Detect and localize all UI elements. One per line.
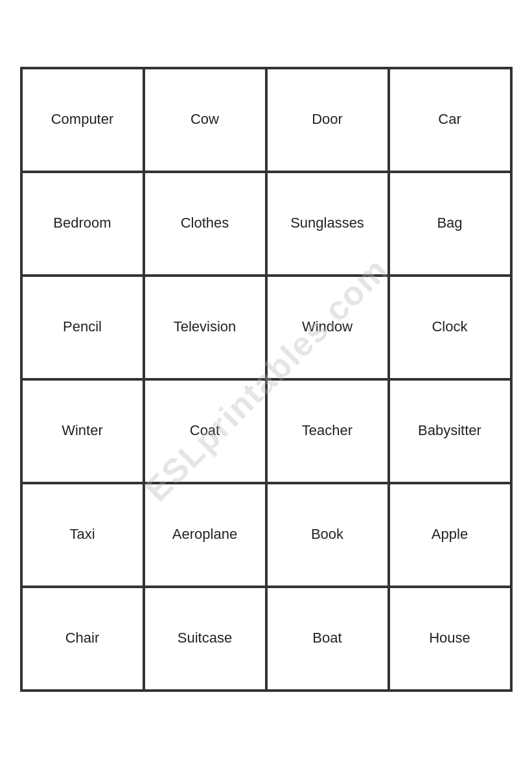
word-card: Sunglasses	[266, 172, 389, 276]
word-card: Cow	[144, 68, 266, 172]
card-label: Car	[438, 111, 461, 128]
word-card: Coat	[144, 379, 266, 483]
word-card: Teacher	[266, 379, 389, 483]
card-label: Window	[302, 318, 353, 335]
card-label: Taxi	[69, 526, 95, 543]
word-grid: ComputerCowDoorCarBedroomClothesSunglass…	[20, 67, 513, 692]
card-label: Aeroplane	[172, 526, 237, 543]
card-label: Sunglasses	[290, 215, 364, 231]
word-card: Pencil	[21, 276, 144, 379]
card-label: Clothes	[181, 215, 229, 231]
word-card: Car	[389, 68, 511, 172]
word-card: Winter	[21, 379, 144, 483]
word-card: Clothes	[144, 172, 266, 276]
word-card: Television	[144, 276, 266, 379]
word-card: Window	[266, 276, 389, 379]
card-label: Apple	[432, 526, 468, 543]
card-label: House	[429, 630, 470, 646]
card-label: Babysitter	[418, 422, 481, 439]
card-label: Winter	[62, 422, 103, 439]
word-card: Apple	[389, 483, 511, 587]
card-label: Suitcase	[178, 630, 232, 646]
word-card: House	[389, 587, 511, 691]
word-card: Boat	[266, 587, 389, 691]
card-label: Television	[174, 318, 237, 335]
card-label: Boat	[312, 630, 341, 646]
word-card: Chair	[21, 587, 144, 691]
card-label: Door	[312, 111, 343, 128]
card-label: Cow	[191, 111, 219, 128]
card-label: Book	[311, 526, 343, 543]
card-label: Computer	[51, 111, 114, 128]
word-card: Book	[266, 483, 389, 587]
word-card: Taxi	[21, 483, 144, 587]
word-card: Clock	[389, 276, 511, 379]
word-card: Bag	[389, 172, 511, 276]
card-label: Bag	[437, 215, 462, 231]
card-label: Pencil	[63, 318, 102, 335]
word-card: Door	[266, 68, 389, 172]
word-card: Suitcase	[144, 587, 266, 691]
card-label: Bedroom	[53, 215, 111, 231]
card-label: Clock	[432, 318, 467, 335]
card-label: Teacher	[302, 422, 353, 439]
word-card: Babysitter	[389, 379, 511, 483]
page: ESLprintables.com ComputerCowDoorCarBedr…	[0, 0, 532, 758]
word-card: Bedroom	[21, 172, 144, 276]
card-label: Coat	[190, 422, 220, 439]
card-label: Chair	[65, 630, 100, 646]
word-card: Computer	[21, 68, 144, 172]
word-card: Aeroplane	[144, 483, 266, 587]
